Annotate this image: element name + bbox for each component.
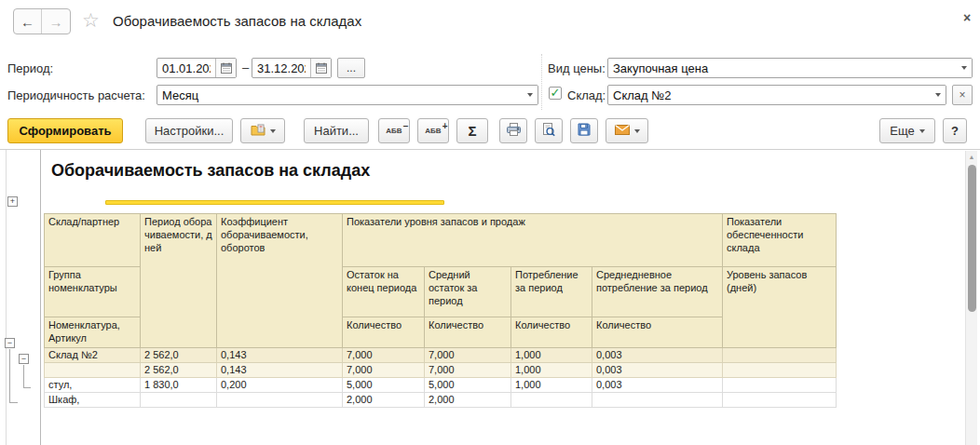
cell[interactable]: 1 830,0 — [141, 377, 217, 392]
cell[interactable] — [723, 362, 837, 377]
header-nomenclature-group[interactable]: Группа номенклатуры — [45, 267, 141, 317]
find-button[interactable]: Найти... — [304, 118, 369, 143]
warehouse-checkbox[interactable]: ✓ — [549, 87, 562, 100]
forward-arrow-icon[interactable]: → — [42, 9, 70, 34]
cell[interactable]: 1,000 — [511, 347, 592, 362]
period-label: Период: — [7, 61, 53, 75]
calendar-icon[interactable] — [310, 59, 331, 77]
row-name-cell[interactable]: стул, — [45, 377, 141, 392]
header-avg-balance[interactable]: Средний остаток за период — [425, 267, 511, 317]
abc-plus-icon: АБВ+ — [425, 127, 441, 135]
chevron-down-icon[interactable] — [956, 59, 972, 77]
header-quantity[interactable]: Количество — [592, 317, 723, 348]
printer-icon — [507, 123, 521, 139]
print-button[interactable] — [499, 118, 527, 143]
cell[interactable]: 0,143 — [217, 362, 343, 377]
cell[interactable] — [592, 392, 723, 407]
cell[interactable]: 2 562,0 — [141, 347, 217, 362]
header-avg-daily-consumption[interactable]: Среднедневное потребление за период — [592, 267, 723, 317]
cell[interactable]: 5,000 — [425, 377, 511, 392]
row-name-cell[interactable]: Шкаф, — [45, 392, 141, 407]
cell[interactable] — [141, 392, 217, 407]
header-consumption[interactable]: Потребление за период — [511, 267, 592, 317]
tree-expand-icon[interactable]: + — [7, 196, 18, 207]
periodicity-input[interactable] — [157, 86, 522, 104]
cell[interactable]: 7,000 — [343, 362, 425, 377]
header-supply-group[interactable]: Показатели обеспеченности склада — [723, 214, 837, 267]
cell[interactable]: 2,000 — [425, 392, 511, 407]
cell[interactable]: 5,000 — [343, 377, 425, 392]
warehouse-clear-button[interactable]: × — [952, 85, 973, 105]
header-nomenclature-sku[interactable]: Номенклатура, Артикул — [45, 317, 141, 348]
chevron-down-icon[interactable] — [930, 86, 946, 104]
period-more-button[interactable]: ... — [337, 58, 365, 78]
header-stock-level[interactable]: Уровень запасов (дней) — [723, 267, 837, 348]
cell[interactable]: 2 562,0 — [141, 362, 217, 377]
report-table: Склад/партнер Период оборачиваемости, дн… — [44, 213, 837, 408]
warehouse-combo[interactable] — [607, 85, 946, 105]
cell[interactable] — [217, 392, 343, 407]
cell[interactable] — [723, 377, 837, 392]
table-row: Шкаф, 2,000 2,000 — [45, 392, 837, 407]
cell[interactable] — [511, 392, 592, 407]
cell[interactable]: 0,200 — [217, 377, 343, 392]
table-row: стул, 1 830,0 0,200 5,000 5,000 1,000 0,… — [45, 377, 837, 392]
cell[interactable]: 0,003 — [592, 347, 723, 362]
expand-groups-button[interactable]: АБВ+ — [417, 118, 449, 143]
back-arrow-icon[interactable]: ← — [14, 9, 42, 34]
favorite-star-icon[interactable]: ☆ — [82, 9, 100, 32]
report-area: + − − Оборачиваемость запасов на складах… — [0, 149, 980, 445]
calendar-icon[interactable] — [215, 59, 236, 77]
price-type-combo[interactable] — [607, 58, 973, 78]
period-from-field[interactable] — [157, 58, 237, 78]
cell[interactable]: 1,000 — [511, 377, 592, 392]
header-turnover-ratio[interactable]: Коэффициент оборачиваемости, оборотов — [217, 214, 343, 348]
sigma-icon: Σ — [468, 123, 476, 139]
periodicity-combo[interactable] — [157, 85, 538, 105]
period-to-field[interactable] — [252, 58, 332, 78]
cell[interactable] — [723, 392, 837, 407]
tree-collapse-icon[interactable]: − — [19, 354, 29, 364]
header-turnover-period[interactable]: Период оборачиваемости, дней — [141, 214, 217, 348]
settings-button[interactable]: Настройки... — [145, 118, 233, 143]
cell[interactable]: 7,000 — [425, 362, 511, 377]
header-quantity[interactable]: Количество — [511, 317, 592, 348]
scroll-up-icon[interactable]: ▲ — [966, 154, 977, 160]
price-type-input[interactable] — [608, 59, 956, 77]
close-icon[interactable]: × — [958, 8, 976, 27]
period-from-input[interactable] — [157, 59, 215, 77]
save-button[interactable] — [570, 118, 598, 143]
scrollbar-thumb[interactable] — [968, 165, 976, 312]
header-stock-sales-group[interactable]: Показатели уровня запасов и продаж — [343, 214, 723, 267]
cell[interactable]: 0,003 — [592, 362, 723, 377]
row-name-cell[interactable]: Склад №2 — [45, 347, 141, 362]
vertical-scrollbar[interactable]: ▲ — [965, 151, 977, 445]
cell[interactable]: 7,000 — [343, 347, 425, 362]
chevron-down-icon[interactable] — [522, 86, 538, 104]
cell[interactable]: 2,000 — [343, 392, 425, 407]
totals-button[interactable]: Σ — [456, 118, 488, 143]
floppy-save-icon — [578, 123, 591, 139]
row-name-cell[interactable] — [45, 362, 141, 377]
report-variant-button[interactable] — [240, 118, 285, 143]
cell[interactable]: 0,143 — [217, 347, 343, 362]
header-warehouse-partner[interactable]: Склад/партнер — [45, 214, 141, 267]
tree-collapse-icon[interactable]: − — [5, 338, 15, 348]
preview-button[interactable] — [535, 118, 563, 143]
header-end-balance[interactable]: Остаток на конец периода — [343, 267, 425, 317]
more-actions-button[interactable]: Еще — [879, 118, 935, 143]
period-to-input[interactable] — [252, 59, 310, 77]
warehouse-input[interactable] — [608, 86, 930, 104]
chevron-down-icon — [270, 129, 276, 133]
cell[interactable]: 1,000 — [511, 362, 592, 377]
send-email-button[interactable] — [606, 118, 648, 143]
cell[interactable]: 7,000 — [425, 347, 511, 362]
cell[interactable] — [723, 347, 837, 362]
help-button[interactable]: ? — [943, 118, 967, 143]
tree-line — [9, 402, 18, 403]
collapse-groups-button[interactable]: АБВ− — [378, 118, 410, 143]
generate-button[interactable]: Сформировать — [7, 118, 123, 143]
header-quantity[interactable]: Количество — [343, 317, 425, 348]
cell[interactable]: 0,003 — [592, 377, 723, 392]
header-quantity[interactable]: Количество — [425, 317, 511, 348]
